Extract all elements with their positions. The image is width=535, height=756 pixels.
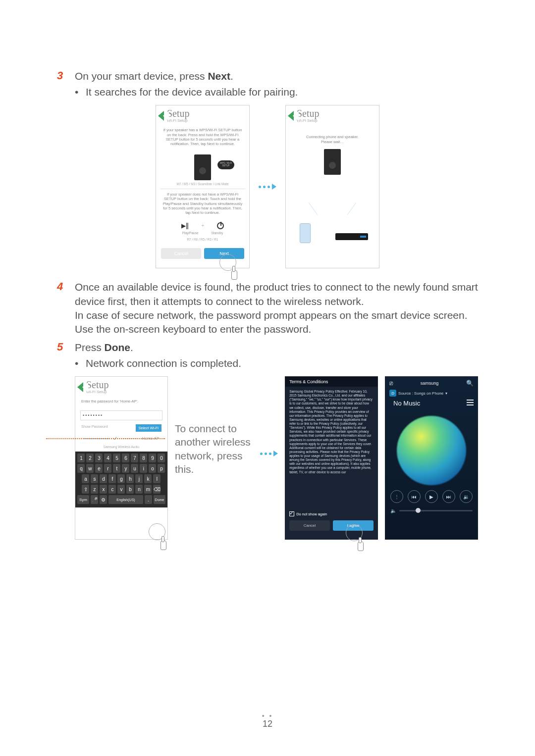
speaker-icon [324, 149, 341, 175]
keyboard-key[interactable]: d [100, 474, 107, 483]
page-number: • • 12 [0, 712, 535, 729]
keyboard-key[interactable]: u [131, 464, 138, 473]
chevron-down-icon: ▾ [445, 391, 447, 396]
step-5-text-a: Press [75, 342, 105, 353]
step-number-3: 3 [57, 69, 75, 82]
keyboard-key[interactable]: 7 [131, 454, 138, 462]
keyboard-key[interactable]: 3 [95, 454, 103, 462]
password-prompt: Enter the password for 'Home-AP'. [75, 396, 167, 406]
terms-cancel-button[interactable]: Cancel [289, 520, 330, 531]
source-row[interactable]: D Source : Songs on Phone ▾ [385, 390, 478, 397]
voice-key[interactable]: 🎤 [91, 495, 98, 504]
step-5-bullet: • Network connection is completed. [75, 357, 478, 369]
volume-thumb[interactable] [416, 508, 421, 513]
setup-title: Setup [297, 108, 320, 118]
step-4: 4 Once an available device is found, the… [57, 280, 478, 336]
keyboard-key[interactable]: z [91, 485, 98, 494]
prev-track-icon[interactable]: ⏮ [408, 490, 421, 503]
next-track-icon[interactable]: ⏭ [442, 490, 455, 503]
do-not-show-checkbox[interactable]: Do not show again [285, 511, 377, 518]
period-key[interactable]: . [145, 495, 152, 504]
keyboard-key[interactable]: a [82, 474, 89, 483]
step-5-text-c: . [130, 342, 133, 353]
keyboard-key[interactable]: y [122, 464, 129, 473]
language-key[interactable]: English(US) [108, 495, 143, 504]
keyboard-key[interactable]: ⌫ [153, 485, 160, 494]
standby-icon [217, 222, 224, 229]
keyboard-key[interactable]: i [140, 464, 147, 473]
select-wifi-button[interactable]: Select Wi-Fi [136, 424, 161, 432]
keyboard-key[interactable]: 6 [122, 454, 129, 462]
keyboard-key[interactable]: k [144, 474, 152, 483]
keyboard-key[interactable]: 8 [140, 454, 147, 462]
settings-key[interactable]: ⚙ [100, 495, 107, 504]
back-icon[interactable] [158, 111, 164, 121]
setup-instruction-2: If your speaker does not have a WPS/Wi-F… [156, 189, 249, 218]
setup-subtitle: Wi-Fi Setup [86, 390, 109, 394]
keyboard-key[interactable]: b [126, 485, 134, 494]
keyboard-key[interactable]: t [113, 464, 120, 473]
volume-slider[interactable] [399, 510, 473, 511]
screenshot-password: Setup Wi-Fi Setup Enter the password for… [75, 376, 168, 540]
on-screen-keyboard[interactable]: 1234567890 qwertyuiop asdfghjkl ⇧zxcvbnm… [75, 452, 167, 507]
show-password-label[interactable]: Show Password [81, 424, 108, 432]
group-speakers-icon[interactable]: 🔉 [460, 490, 473, 503]
no-music-label: No Music [389, 398, 424, 407]
play-standby-row: ▶ǁ + [156, 222, 249, 229]
search-icon[interactable]: 🔍 [466, 380, 474, 387]
keyboard-key[interactable]: 9 [149, 454, 156, 462]
keyboard-key[interactable]: w [86, 464, 94, 473]
keyboard-key[interactable]: 4 [104, 454, 111, 462]
done-key[interactable]: Done [154, 495, 165, 504]
phone-device-icon [300, 223, 311, 243]
cancel-button[interactable]: Cancel [161, 248, 201, 259]
keyboard-key[interactable]: q [77, 464, 85, 473]
back-icon[interactable] [77, 382, 83, 392]
keyboard-key[interactable]: ⇧ [82, 485, 89, 494]
annotation-block: To connect to another wireless network, … [175, 376, 253, 439]
play-standby-labels: Play/Pause Standby [156, 231, 249, 235]
annotation-text: To connect to another wireless network, … [175, 422, 253, 476]
step-number-4: 4 [57, 280, 75, 293]
keyboard-key[interactable]: n [135, 485, 143, 494]
keyboard-key[interactable]: v [117, 485, 125, 494]
screenshot-connecting: Setup Wi-Fi Setup Connecting phone and s… [285, 105, 379, 268]
play-icon[interactable]: ▶ [425, 490, 438, 503]
keyboard-key[interactable]: x [100, 485, 107, 494]
step-3-text: On your smart device, press Next. [75, 69, 478, 83]
volume-icon: 🔈 [390, 508, 396, 513]
sequence-arrow-icon [259, 184, 276, 190]
step-3-bullet: • It searches for the device available f… [75, 86, 478, 98]
checkbox-label: Do not show again [296, 512, 327, 516]
keyboard-key[interactable]: p [158, 464, 165, 473]
keyboard-key[interactable]: j [135, 474, 143, 483]
keyboard-key[interactable]: 2 [86, 454, 94, 462]
back-icon[interactable] [288, 111, 294, 121]
player-brand: samsung [421, 381, 439, 386]
connecting-message: Connecting phone and speaker. Please wai… [286, 132, 379, 147]
menu-icon[interactable] [467, 400, 474, 405]
r-series-list: R7 / R6 / R5 / R3 / R1 [156, 238, 249, 241]
keyboard-key[interactable]: f [108, 474, 116, 483]
keyboard-key[interactable]: h [126, 474, 134, 483]
checkbox-icon[interactable] [289, 511, 294, 516]
keyboard-key[interactable]: e [95, 464, 103, 473]
wps-button-badge: WPS / Wi-Fi SETUP [217, 160, 234, 169]
keyboard-key[interactable]: r [104, 464, 111, 473]
keyboard-key[interactable]: g [117, 474, 125, 483]
speakers-icon[interactable]: ⎚ [389, 380, 393, 387]
keyboard-key[interactable]: l [153, 474, 160, 483]
keyboard-key[interactable]: c [108, 485, 116, 494]
sym-key[interactable]: Sym [77, 495, 89, 504]
keyboard-key[interactable]: o [149, 464, 156, 473]
keyboard-key[interactable]: 0 [158, 454, 165, 462]
keyboard-key[interactable]: s [91, 474, 98, 483]
password-field[interactable]: •••••••• [80, 410, 162, 420]
signal-ray [347, 202, 356, 215]
more-icon[interactable]: ⋮ [390, 490, 403, 503]
keyboard-key[interactable]: m [144, 485, 152, 494]
volume-row[interactable]: 🔈 [385, 508, 478, 517]
keyboard-key[interactable]: 5 [113, 454, 120, 462]
source-label: Source : Songs on Phone [398, 391, 443, 396]
keyboard-key[interactable]: 1 [77, 454, 85, 462]
